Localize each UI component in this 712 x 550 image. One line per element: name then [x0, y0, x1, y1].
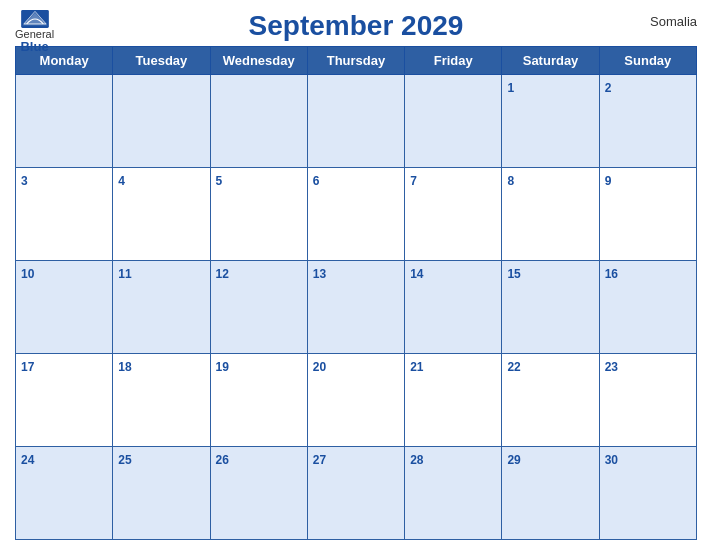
calendar-day-cell: 22: [502, 354, 599, 447]
calendar-day-cell: 8: [502, 168, 599, 261]
calendar-day-cell: 1: [502, 75, 599, 168]
calendar-day-cell: 7: [405, 168, 502, 261]
header-friday: Friday: [405, 47, 502, 75]
calendar-day-cell: 11: [113, 261, 210, 354]
day-number: 19: [216, 360, 229, 374]
calendar-day-cell: 20: [307, 354, 404, 447]
day-number: 23: [605, 360, 618, 374]
calendar-day-cell: 27: [307, 447, 404, 540]
calendar-week-row: 10111213141516: [16, 261, 697, 354]
header-sunday: Sunday: [599, 47, 696, 75]
day-number: 14: [410, 267, 423, 281]
calendar-day-cell: 26: [210, 447, 307, 540]
calendar-day-cell: 24: [16, 447, 113, 540]
calendar-day-cell: [210, 75, 307, 168]
calendar-week-row: 24252627282930: [16, 447, 697, 540]
calendar-header: General Blue September 2029 Somalia: [15, 10, 697, 42]
calendar-day-cell: 9: [599, 168, 696, 261]
calendar-page: General Blue September 2029 Somalia Mond…: [0, 0, 712, 550]
calendar-day-cell: [16, 75, 113, 168]
day-number: 13: [313, 267, 326, 281]
calendar-day-cell: 14: [405, 261, 502, 354]
calendar-day-cell: 17: [16, 354, 113, 447]
calendar-day-cell: 23: [599, 354, 696, 447]
calendar-day-cell: 30: [599, 447, 696, 540]
day-number: 2: [605, 81, 612, 95]
calendar-week-row: 17181920212223: [16, 354, 697, 447]
calendar-day-cell: 3: [16, 168, 113, 261]
calendar-day-cell: 25: [113, 447, 210, 540]
day-number: 17: [21, 360, 34, 374]
calendar-day-cell: 12: [210, 261, 307, 354]
day-number: 18: [118, 360, 131, 374]
day-number: 21: [410, 360, 423, 374]
header-thursday: Thursday: [307, 47, 404, 75]
day-number: 4: [118, 174, 125, 188]
day-number: 27: [313, 453, 326, 467]
day-number: 28: [410, 453, 423, 467]
logo-icon: [21, 10, 49, 28]
calendar-day-cell: 29: [502, 447, 599, 540]
logo: General Blue: [15, 10, 54, 53]
calendar-day-cell: [307, 75, 404, 168]
day-number: 24: [21, 453, 34, 467]
day-number: 11: [118, 267, 131, 281]
calendar-day-cell: 6: [307, 168, 404, 261]
day-number: 6: [313, 174, 320, 188]
header-tuesday: Tuesday: [113, 47, 210, 75]
calendar-day-cell: 4: [113, 168, 210, 261]
day-number: 9: [605, 174, 612, 188]
calendar-day-cell: 2: [599, 75, 696, 168]
calendar-week-row: 3456789: [16, 168, 697, 261]
day-number: 3: [21, 174, 28, 188]
calendar-table: Monday Tuesday Wednesday Thursday Friday…: [15, 46, 697, 540]
weekday-header-row: Monday Tuesday Wednesday Thursday Friday…: [16, 47, 697, 75]
day-number: 20: [313, 360, 326, 374]
calendar-week-row: 12: [16, 75, 697, 168]
day-number: 10: [21, 267, 34, 281]
calendar-day-cell: 19: [210, 354, 307, 447]
day-number: 12: [216, 267, 229, 281]
day-number: 26: [216, 453, 229, 467]
country-label: Somalia: [650, 14, 697, 29]
calendar-day-cell: 15: [502, 261, 599, 354]
calendar-day-cell: 21: [405, 354, 502, 447]
day-number: 16: [605, 267, 618, 281]
logo-blue-text: Blue: [20, 40, 48, 53]
calendar-day-cell: 5: [210, 168, 307, 261]
calendar-day-cell: 16: [599, 261, 696, 354]
calendar-day-cell: 18: [113, 354, 210, 447]
calendar-day-cell: [113, 75, 210, 168]
calendar-title: September 2029: [249, 10, 464, 42]
day-number: 30: [605, 453, 618, 467]
calendar-day-cell: 10: [16, 261, 113, 354]
day-number: 1: [507, 81, 514, 95]
day-number: 5: [216, 174, 223, 188]
day-number: 7: [410, 174, 417, 188]
calendar-day-cell: [405, 75, 502, 168]
day-number: 22: [507, 360, 520, 374]
calendar-day-cell: 13: [307, 261, 404, 354]
day-number: 15: [507, 267, 520, 281]
calendar-day-cell: 28: [405, 447, 502, 540]
header-wednesday: Wednesday: [210, 47, 307, 75]
header-saturday: Saturday: [502, 47, 599, 75]
day-number: 25: [118, 453, 131, 467]
day-number: 8: [507, 174, 514, 188]
day-number: 29: [507, 453, 520, 467]
